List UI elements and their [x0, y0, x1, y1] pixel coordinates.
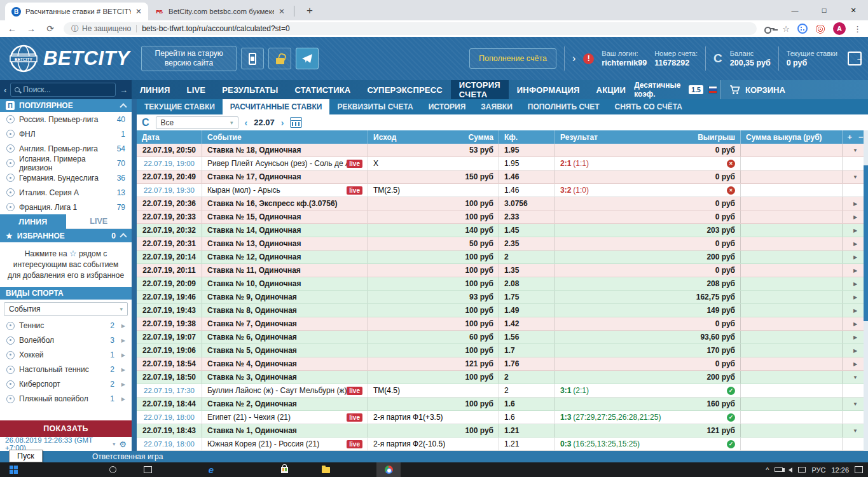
old-version-button[interactable]: Перейти на старую версию сайта	[141, 46, 237, 71]
nav-item-1[interactable]: ЛИНИЯ	[132, 80, 179, 99]
task-view-button[interactable]	[135, 462, 160, 477]
nav-item-6[interactable]: ИСТОРИЯ СЧЕТА	[451, 80, 509, 99]
expand-all-icon[interactable]: +	[847, 132, 852, 142]
nav-item-5[interactable]: СУПЕРЭКСПРЕСС	[359, 80, 450, 99]
nav-item-7[interactable]: ИНФОРМАЦИЯ	[509, 80, 588, 99]
tray-expand-icon[interactable]: ^	[766, 466, 769, 474]
search-taskbar-button[interactable]	[100, 462, 125, 477]
url-bar[interactable]: ⓘ Не защищено bets-bc-tfwrt.top/ru/accou…	[64, 22, 757, 35]
fingerprint-extension-icon[interactable]	[815, 24, 825, 34]
dropdown-caret-icon[interactable]: ▾	[113, 441, 115, 447]
bet-sum: 100 руб	[465, 346, 493, 355]
password-key-icon[interactable]	[764, 26, 775, 31]
collapse-chevron-icon[interactable]	[120, 103, 127, 110]
subnav-item-2[interactable]: РАСЧИТАННЫЕ СТАВКИ	[223, 99, 330, 114]
language-indicator[interactable]: РУС	[811, 466, 825, 474]
file-explorer-button[interactable]	[313, 462, 338, 477]
subnav-item-7[interactable]: СНЯТЬ СО СЧЁТА	[607, 99, 690, 114]
browser-tab-active[interactable]: B Расчитанные ставки # BETCITY ✕	[5, 3, 148, 20]
nav-item-4[interactable]: СТАТИСТИКА	[287, 80, 359, 99]
coef-format-badge[interactable]: 1.5	[689, 85, 703, 94]
back-icon[interactable]: ←	[6, 24, 18, 34]
alert-icon[interactable]: !	[583, 53, 594, 64]
refresh-balance-icon[interactable]: C	[713, 52, 722, 66]
tab-live[interactable]: LIVE	[66, 214, 132, 229]
subnav-item-1[interactable]: ТЕКУЩИЕ СТАВКИ	[137, 99, 223, 114]
nav-item-3[interactable]: РЕЗУЛЬТАТЫ	[214, 80, 286, 99]
battery-icon[interactable]	[775, 467, 783, 472]
betcity-logo[interactable]: BETCITY BETCITY	[9, 44, 130, 73]
cart-section[interactable]: КОРЗИНА	[720, 80, 868, 99]
close-button[interactable]: ✕	[839, 0, 868, 20]
topup-button[interactable]: Пополнение счёта	[469, 48, 556, 69]
popular-list: Россия. Премьер-лига40ФНЛ1Англия. Премье…	[0, 112, 132, 214]
content-scrollbar[interactable]	[864, 130, 868, 451]
collapse-left-icon[interactable]: ‹	[4, 85, 6, 95]
subnav-item-6[interactable]: ПОПОЛНИТЬ СЧЕТ	[520, 99, 607, 114]
share-extension-icon[interactable]	[797, 24, 808, 34]
nav-item-2[interactable]: LIVE	[179, 80, 214, 99]
popular-league-item[interactable]: Италия. Серия А13	[0, 185, 132, 200]
mobile-version-button[interactable]	[241, 48, 264, 69]
refresh-icon[interactable]: C	[142, 117, 149, 128]
speaker-icon[interactable]	[789, 467, 792, 473]
clock[interactable]: 12:26	[831, 466, 849, 474]
tab-line[interactable]: ЛИНИЯ	[0, 214, 66, 229]
forward-icon[interactable]: →	[25, 24, 37, 34]
browser-tab-2[interactable]: РБ BetCity.com betsbc.com букмеке ✕	[148, 3, 291, 20]
security-lock-button[interactable]	[268, 48, 291, 69]
sport-item[interactable]: Хоккей1▶	[0, 348, 132, 363]
bet-type-select[interactable]: Все ▾	[156, 116, 238, 129]
popular-league-item[interactable]: Россия. Премьер-лига40	[0, 112, 132, 127]
scrollbar-thumb[interactable]	[864, 165, 868, 321]
search-submit-icon[interactable]: →	[120, 85, 128, 95]
sport-item[interactable]: Киберспорт2▶	[0, 377, 132, 392]
subnav-item-5[interactable]: ЗАЯВКИ	[473, 99, 520, 114]
sport-item[interactable]: Настольный теннис2▶	[0, 363, 132, 377]
search-input[interactable]	[23, 85, 111, 94]
popular-league-item[interactable]: Германия. Бундеслига36	[0, 170, 132, 185]
tab-close-icon[interactable]: ✕	[279, 7, 285, 16]
sport-item[interactable]: Теннис2▶	[0, 319, 132, 333]
popular-league-item[interactable]: Испания. Примера дивизион70	[0, 156, 132, 170]
profile-avatar[interactable]: A	[833, 22, 846, 35]
start-button[interactable]	[0, 462, 27, 477]
logout-icon[interactable]	[848, 52, 862, 66]
bookmark-star-icon[interactable]: ☆	[782, 24, 790, 34]
responsible-gaming-link[interactable]: Ответственная игра	[92, 452, 163, 461]
settings-gear-icon[interactable]: ⚙	[119, 439, 127, 449]
edge-button[interactable]: e	[198, 462, 224, 477]
next-day-icon[interactable]: ›	[281, 118, 284, 128]
store-button[interactable]	[272, 462, 297, 477]
telegram-button[interactable]	[296, 48, 319, 69]
favorites-header[interactable]: ★ ИЗБРАННОЕ 0	[0, 229, 132, 242]
prev-day-icon[interactable]: ‹	[245, 118, 248, 128]
security-chip[interactable]: ⓘ Не защищено	[71, 24, 131, 34]
calendar-icon[interactable]	[290, 117, 302, 128]
subnav-item-3[interactable]: РЕКВИЗИТЫ СЧЕТА	[329, 99, 420, 114]
maximize-button[interactable]: □	[809, 0, 839, 20]
popular-header[interactable]: П ПОПУЛЯРНОЕ	[0, 99, 132, 112]
chevron-right-icon[interactable]: ›	[572, 53, 575, 64]
chrome-button[interactable]	[376, 462, 401, 477]
tab-close-icon[interactable]: ✕	[135, 7, 142, 16]
new-tab-button[interactable]: +	[302, 4, 317, 17]
search-box[interactable]	[10, 83, 116, 97]
browser-menu-icon[interactable]: ⋮	[853, 24, 862, 34]
sport-item[interactable]: Волейбол3▶	[0, 333, 132, 348]
popular-league-item[interactable]: ФНЛ1	[0, 127, 132, 141]
notification-center-icon[interactable]	[855, 466, 863, 473]
events-select[interactable]: События ▾	[4, 302, 128, 316]
popular-league-item[interactable]: Франция. Лига 179	[0, 200, 132, 214]
reload-icon[interactable]: ⟳	[45, 24, 56, 34]
bet-event-cell: Ставка № 10, Одиночная	[202, 277, 368, 290]
nav-item-8[interactable]: АКЦИИ	[588, 80, 635, 99]
collapse-all-icon[interactable]: −	[858, 132, 864, 142]
subnav-item-4[interactable]: ИСТОРИЯ	[421, 99, 474, 114]
russia-flag-icon[interactable]	[708, 86, 717, 93]
collapse-chevron-icon[interactable]	[120, 233, 127, 240]
minimize-button[interactable]: —	[780, 0, 809, 20]
sport-item[interactable]: Пляжный волейбол1▶	[0, 392, 132, 406]
show-button[interactable]: ПОКАЗАТЬ	[0, 420, 132, 437]
network-icon[interactable]	[798, 467, 806, 473]
